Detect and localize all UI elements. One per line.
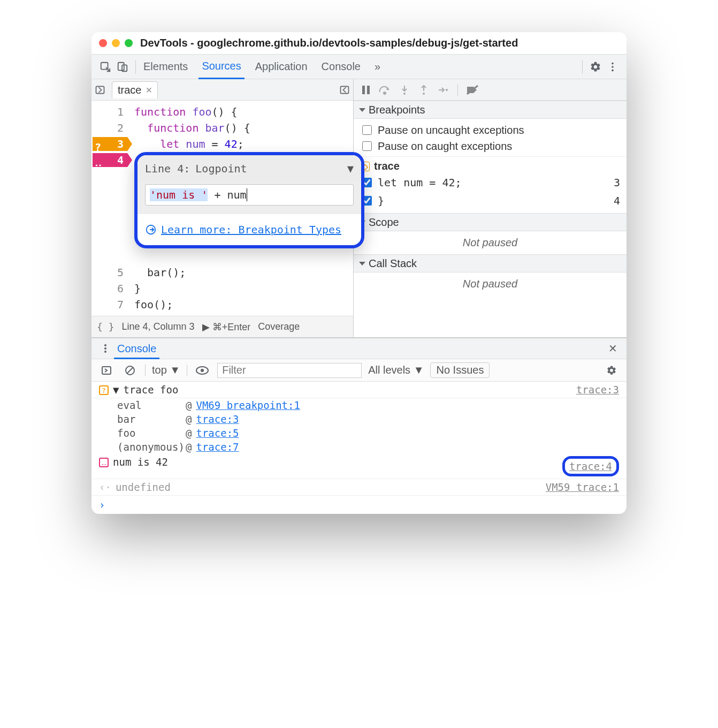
run-hint: ▶ ⌘+Enter bbox=[202, 321, 251, 333]
stack-trace: eval@VM69 breakpoint:1 bar@trace:3 foo@t… bbox=[91, 398, 627, 454]
disclosure-icon[interactable]: ▼ bbox=[113, 384, 119, 396]
conditional-badge-icon: ? bbox=[99, 385, 109, 395]
filter-input[interactable]: Filter bbox=[217, 363, 362, 378]
tab-console[interactable]: Console bbox=[318, 55, 364, 79]
step-icon[interactable] bbox=[436, 83, 450, 97]
breakpoint-item[interactable]: let num = 42; 3 bbox=[360, 173, 620, 192]
window-minimize-icon[interactable] bbox=[112, 39, 120, 47]
section-scope[interactable]: Scope bbox=[354, 213, 627, 231]
console-row[interactable]: ‥ num is 42 trace:4 bbox=[91, 454, 627, 479]
step-out-icon[interactable] bbox=[417, 83, 431, 97]
console-output: ? ▼ trace foo trace:3 eval@VM69 breakpoi… bbox=[91, 382, 627, 514]
svg-point-5 bbox=[612, 69, 614, 71]
svg-line-21 bbox=[127, 367, 133, 374]
section-breakpoints[interactable]: Breakpoints bbox=[354, 101, 627, 119]
stack-frame[interactable]: (anonymous)@trace:7 bbox=[117, 440, 627, 454]
window-title: DevTools - googlechrome.github.io/devtoo… bbox=[133, 37, 619, 49]
svg-point-17 bbox=[104, 347, 106, 350]
pause-uncaught-checkbox[interactable]: Pause on uncaught exceptions bbox=[360, 122, 620, 138]
stack-frame[interactable]: eval@VM69 breakpoint:1 bbox=[117, 398, 627, 412]
svg-point-12 bbox=[403, 93, 406, 95]
section-callstack[interactable]: Call Stack bbox=[354, 254, 627, 272]
more-icon[interactable] bbox=[604, 58, 621, 75]
close-icon[interactable]: ✕ bbox=[604, 340, 621, 357]
tab-application[interactable]: Application bbox=[252, 55, 311, 79]
popover-line-label: Line 4: bbox=[145, 161, 190, 177]
more-icon[interactable] bbox=[97, 340, 114, 357]
svg-point-14 bbox=[446, 89, 448, 91]
chevron-down-icon: ▼ bbox=[347, 161, 354, 177]
console-toolbar: top ▼ Filter All levels ▼ No Issues bbox=[91, 359, 627, 382]
navigator-toggle-icon[interactable] bbox=[91, 81, 109, 98]
info-icon bbox=[145, 224, 157, 236]
svg-rect-9 bbox=[362, 86, 365, 94]
window-close-icon[interactable] bbox=[99, 39, 107, 47]
scope-not-paused: Not paused bbox=[354, 231, 627, 254]
source-link[interactable]: trace:4 bbox=[569, 460, 612, 472]
drawer-tabbar: Console ✕ bbox=[91, 338, 627, 359]
learn-more-link[interactable]: Learn more: Breakpoint Types bbox=[161, 222, 341, 238]
logpoint-expression-input[interactable]: 'num is ' + num bbox=[145, 184, 354, 206]
svg-rect-1 bbox=[118, 62, 124, 70]
breakpoint-type-select[interactable]: Logpoint ▼ bbox=[195, 161, 354, 177]
drawer-tab-console[interactable]: Console bbox=[114, 338, 159, 359]
tab-elements[interactable]: Elements bbox=[140, 55, 191, 79]
issues-button[interactable]: No Issues bbox=[430, 362, 490, 378]
svg-rect-7 bbox=[341, 86, 349, 93]
breakpoint-item[interactable]: } 4 bbox=[360, 192, 620, 210]
titlebar: DevTools - googlechrome.github.io/devtoo… bbox=[91, 32, 627, 55]
svg-point-3 bbox=[612, 62, 614, 64]
console-row[interactable]: ‹·undefined VM59 trace:1 bbox=[91, 479, 627, 496]
inspect-icon[interactable] bbox=[97, 58, 114, 75]
stack-frame[interactable]: bar@trace:3 bbox=[117, 412, 627, 426]
top-toolbar: Elements Sources Application Console » bbox=[91, 55, 627, 79]
console-row[interactable]: ? ▼ trace foo trace:3 bbox=[91, 382, 627, 398]
debugger-toolbar bbox=[354, 79, 627, 101]
svg-point-23 bbox=[201, 369, 204, 372]
file-tab-trace[interactable]: trace × bbox=[112, 81, 158, 98]
breakpoint-marker-conditional[interactable]: ?3 bbox=[93, 137, 132, 151]
svg-rect-6 bbox=[96, 86, 104, 93]
console-sidebar-icon[interactable] bbox=[98, 362, 115, 379]
stack-frame[interactable]: foo@trace:5 bbox=[117, 426, 627, 440]
window-zoom-icon[interactable] bbox=[125, 39, 133, 47]
highlight-annotation: trace:4 bbox=[562, 456, 619, 476]
gear-icon[interactable] bbox=[587, 58, 604, 75]
callstack-not-paused: Not paused bbox=[354, 272, 627, 295]
file-tab-label: trace bbox=[118, 84, 141, 96]
step-over-icon[interactable] bbox=[378, 83, 392, 97]
breakpoint-editor-popover: Line 4: Logpoint ▼ 'num is ' + num bbox=[134, 152, 364, 248]
gutter[interactable]: 1 2 ?3 ‥4 5 6 7 bbox=[91, 101, 129, 316]
svg-point-16 bbox=[104, 344, 106, 346]
svg-rect-10 bbox=[367, 86, 370, 94]
cursor-position: Line 4, Column 3 bbox=[122, 321, 195, 332]
tab-sources[interactable]: Sources bbox=[198, 55, 244, 79]
gear-icon[interactable] bbox=[603, 362, 620, 379]
pause-icon[interactable] bbox=[359, 83, 373, 97]
console-prompt[interactable]: › bbox=[91, 496, 627, 514]
svg-point-4 bbox=[612, 66, 614, 68]
context-select[interactable]: top ▼ bbox=[152, 364, 180, 376]
step-into-icon[interactable] bbox=[398, 83, 411, 97]
deactivate-breakpoints-icon[interactable] bbox=[465, 83, 479, 97]
clear-console-icon[interactable] bbox=[121, 362, 139, 379]
breakpoint-file[interactable]: ◇trace bbox=[360, 159, 620, 173]
more-tabs-icon[interactable] bbox=[336, 81, 353, 98]
source-link[interactable]: VM59 trace:1 bbox=[546, 481, 619, 493]
pause-caught-checkbox[interactable]: Pause on caught exceptions bbox=[360, 138, 620, 154]
code-editor[interactable]: 1 2 ?3 ‥4 5 6 7 function foo() { functio… bbox=[91, 101, 353, 316]
pretty-print-icon[interactable]: { } bbox=[97, 321, 114, 332]
coverage-label[interactable]: Coverage bbox=[258, 321, 300, 332]
svg-point-18 bbox=[104, 351, 106, 353]
levels-select[interactable]: All levels ▼ bbox=[368, 364, 424, 376]
breakpoint-marker-logpoint[interactable]: ‥4 bbox=[93, 153, 132, 167]
close-icon[interactable]: × bbox=[146, 84, 152, 96]
svg-point-13 bbox=[423, 93, 425, 95]
svg-point-11 bbox=[384, 92, 386, 94]
file-tabs: trace × bbox=[91, 79, 353, 101]
tab-overflow[interactable]: » bbox=[371, 55, 384, 79]
live-expression-icon[interactable] bbox=[194, 362, 211, 379]
source-link[interactable]: trace:3 bbox=[576, 384, 619, 396]
device-toolbar-icon[interactable] bbox=[114, 58, 131, 75]
chevron-down-icon bbox=[359, 262, 365, 266]
